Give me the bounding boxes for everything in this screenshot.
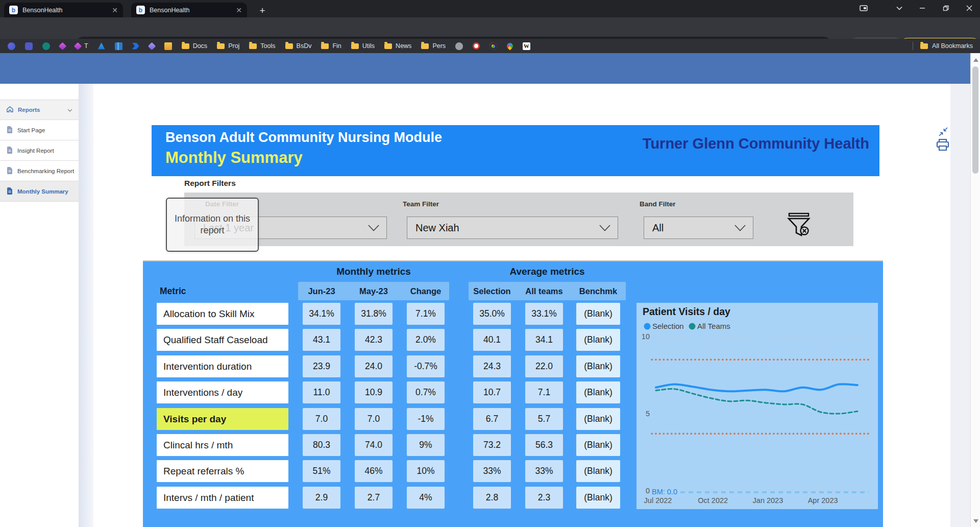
value-cell[interactable]: 24.3: [473, 355, 511, 377]
patient-visits-svg[interactable]: Patient Visits / daySelectionAll Teams05…: [636, 303, 878, 509]
value-cell[interactable]: 56.3: [525, 434, 563, 456]
value-cell[interactable]: 35.0%: [473, 303, 511, 325]
bookmark-teams[interactable]: [23, 40, 34, 52]
metric-cell-repeat-referrals-[interactable]: Repeat referrals %: [157, 460, 288, 482]
value-cell[interactable]: 22.0: [525, 355, 563, 377]
bookmark-fin[interactable]: Fin: [320, 40, 342, 52]
metric-cell-clincal-hrs-mth[interactable]: Clincal hrs / mth: [157, 434, 288, 456]
value-cell[interactable]: 4%: [407, 487, 445, 509]
value-cell[interactable]: (Blank): [576, 408, 620, 430]
value-cell[interactable]: 46%: [355, 460, 393, 482]
value-cell[interactable]: (Blank): [576, 487, 620, 509]
value-cell[interactable]: 6.7: [473, 408, 511, 430]
scroll-down-icon[interactable]: [973, 519, 978, 523]
value-cell[interactable]: (Blank): [576, 381, 620, 403]
restore-icon[interactable]: [938, 2, 953, 14]
value-cell[interactable]: 34.1%: [303, 303, 340, 325]
scrollbar-thumb[interactable]: [972, 66, 978, 174]
metric-cell-qualified-staff-caseload[interactable]: Qualified Staff Caseload: [157, 329, 288, 351]
value-cell[interactable]: -0.7%: [407, 355, 445, 377]
value-cell[interactable]: 9%: [407, 434, 445, 456]
value-cell[interactable]: 2.0%: [407, 329, 445, 351]
value-cell[interactable]: (Blank): [576, 303, 620, 325]
close-window-icon[interactable]: [962, 2, 977, 14]
value-cell[interactable]: -1%: [407, 408, 445, 430]
page-scrollbar[interactable]: [970, 53, 980, 527]
bookmark-google[interactable]: [488, 40, 499, 52]
bookmark-loop[interactable]: [148, 40, 156, 52]
value-cell[interactable]: 7.0: [303, 408, 340, 430]
value-cell[interactable]: 40.1: [473, 329, 511, 351]
value-cell[interactable]: 7.1%: [407, 303, 445, 325]
bookmark-azure[interactable]: [96, 40, 107, 52]
scroll-up-icon[interactable]: [973, 58, 978, 62]
value-cell[interactable]: 33%: [473, 460, 511, 482]
value-cell[interactable]: 51%: [303, 460, 340, 482]
print-icon[interactable]: [936, 139, 949, 153]
bookmark-devops[interactable]: [113, 40, 124, 52]
value-cell[interactable]: 0.7%: [407, 381, 445, 403]
value-cell[interactable]: 5.7: [525, 408, 563, 430]
bookmark-t[interactable]: T: [74, 40, 90, 52]
sidebar-item-insight-report[interactable]: Insight Report: [0, 140, 79, 161]
bookmark-proj[interactable]: Proj: [215, 40, 241, 52]
tab-preview-icon[interactable]: [856, 2, 871, 14]
tab-close-icon[interactable]: ✕: [112, 7, 118, 14]
value-cell[interactable]: 42.3: [355, 329, 393, 351]
tab-close-icon[interactable]: ✕: [236, 7, 242, 14]
value-cell[interactable]: 43.1: [303, 329, 340, 351]
value-cell[interactable]: 73.2: [473, 434, 511, 456]
bookmark-powerapps[interactable]: [58, 40, 67, 52]
value-cell[interactable]: 74.0: [355, 434, 393, 456]
bookmark-opera[interactable]: [471, 40, 481, 52]
metric-cell-intervs-mth-patient[interactable]: Intervs / mth / patient: [157, 487, 288, 509]
band-filter-dropdown[interactable]: All: [644, 217, 753, 239]
bookmark-stream[interactable]: [41, 40, 52, 52]
chevron-down-icon[interactable]: [67, 107, 72, 113]
value-cell[interactable]: 2.8: [473, 487, 511, 509]
value-cell[interactable]: 31.8%: [355, 303, 393, 325]
value-cell[interactable]: (Blank): [576, 355, 620, 377]
bookmark-news[interactable]: News: [383, 40, 413, 52]
value-cell[interactable]: 10.7: [473, 381, 511, 403]
value-cell[interactable]: 10%: [407, 460, 445, 482]
sidebar-item-monthly-summary[interactable]: Monthly Summary: [0, 181, 79, 202]
chevron-down-icon[interactable]: [892, 2, 906, 14]
value-cell[interactable]: (Blank): [576, 434, 620, 456]
value-cell[interactable]: 10.9: [355, 381, 393, 403]
metric-cell-interventions-day[interactable]: Interventions / day: [157, 381, 288, 403]
collapse-icon[interactable]: [938, 127, 948, 139]
bookmark-maps[interactable]: [505, 40, 514, 52]
bookmark-utils[interactable]: Utils: [350, 40, 376, 52]
value-cell[interactable]: (Blank): [576, 329, 620, 351]
tab-bensonhealth-2[interactable]: b BensonHealth ✕: [131, 3, 247, 17]
bookmark-apple[interactable]: [454, 40, 464, 52]
value-cell[interactable]: 33%: [525, 460, 563, 482]
new-tab-button[interactable]: +: [256, 4, 269, 17]
value-cell[interactable]: 7.0: [355, 408, 393, 430]
value-cell[interactable]: 24.0: [355, 355, 393, 377]
tab-bensonhealth-1[interactable]: b BensonHealth ✕: [4, 3, 123, 17]
bookmark-wikipedia[interactable]: W: [521, 40, 532, 52]
sidebar-item-benchmarking-report[interactable]: Benchmarking Report: [0, 161, 79, 181]
clear-filters-icon[interactable]: [785, 211, 813, 243]
value-cell[interactable]: 80.3: [303, 434, 340, 456]
value-cell[interactable]: 23.9: [303, 355, 340, 377]
all-bookmarks-button[interactable]: All Bookmarks: [913, 39, 973, 53]
bookmark-tools[interactable]: Tools: [248, 40, 277, 52]
metric-cell-allocation-to-skill-mix[interactable]: Allocation to Skill Mix: [157, 303, 288, 325]
value-cell[interactable]: 11.0: [303, 381, 340, 403]
patient-visits-chart[interactable]: Patient Visits / daySelectionAll Teams05…: [636, 303, 878, 509]
value-cell[interactable]: 7.1: [525, 381, 563, 403]
value-cell[interactable]: 34.1: [525, 329, 563, 351]
bookmark-pers[interactable]: Pers: [420, 40, 447, 52]
value-cell[interactable]: 2.7: [355, 487, 393, 509]
value-cell[interactable]: 2.3: [525, 487, 563, 509]
sidebar-item-start-page[interactable]: Start Page: [0, 120, 79, 140]
bookmark-dynamics[interactable]: [6, 40, 17, 52]
bookmark-docs[interactable]: Docs: [180, 40, 209, 52]
minimize-icon[interactable]: [915, 2, 930, 14]
metric-cell-intervention-duration[interactable]: Intervention duration: [157, 355, 288, 377]
bookmark-bsdv[interactable]: BsDv: [284, 40, 313, 52]
bookmark-flow[interactable]: [131, 40, 141, 52]
